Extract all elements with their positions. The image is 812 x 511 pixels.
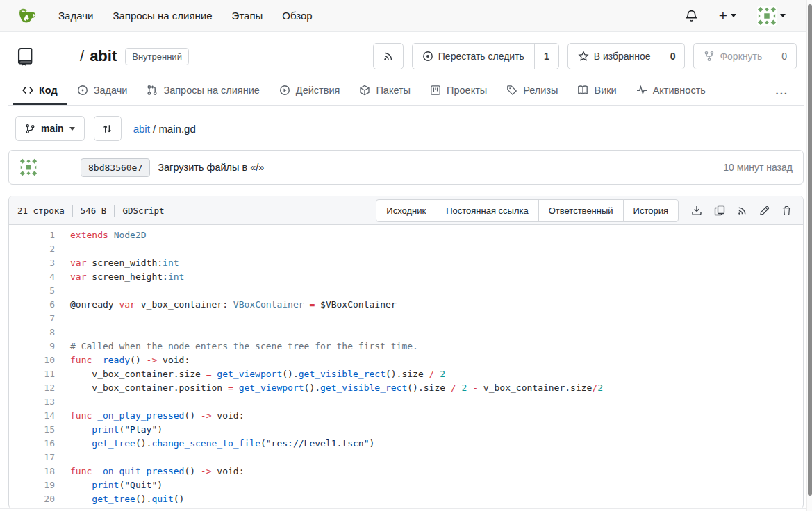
- nav-link-pulls[interactable]: Запросы на слияние: [113, 10, 212, 22]
- line-content: extends Node2D: [55, 228, 147, 242]
- tab-pull-requests-label: Запросы на слияние: [163, 85, 259, 96]
- line-content: # Called when the node enters the scene …: [55, 340, 418, 353]
- code-line: 16 get_tree().change_scene_to_file("res:…: [9, 437, 803, 451]
- repo-title-slash: /: [80, 47, 84, 65]
- line-number[interactable]: 3: [9, 256, 55, 270]
- repo-title-name[interactable]: abit: [90, 47, 117, 65]
- tab-packages[interactable]: Пакеты: [349, 76, 420, 105]
- tab-releases[interactable]: Релизы: [497, 76, 567, 105]
- line-content: print("Quit"): [55, 478, 163, 492]
- line-number[interactable]: 15: [9, 423, 55, 437]
- line-content: v_box_container.size = get_viewport().ge…: [55, 367, 445, 381]
- commit-message[interactable]: Загрузить файлы в «/»: [158, 162, 264, 173]
- branch-bar: main abit / main.gd: [15, 116, 797, 141]
- breadcrumb-file: / main.gd: [150, 123, 196, 135]
- tag-icon: [506, 85, 517, 96]
- plus-icon: +: [719, 8, 727, 23]
- line-content: [55, 242, 76, 256]
- tab-wiki[interactable]: Вики: [567, 76, 626, 105]
- code-line: 15 print("Play"): [9, 423, 803, 437]
- line-number[interactable]: 16: [9, 437, 55, 451]
- permalink-button[interactable]: Постоянная ссылка: [436, 199, 539, 222]
- tab-actions[interactable]: Действия: [270, 76, 350, 105]
- create-new-menu[interactable]: +: [719, 8, 736, 23]
- star-button[interactable]: В избранное 0: [567, 43, 686, 69]
- code-line: 12 v_box_container.position = get_viewpo…: [9, 381, 803, 395]
- pulse-icon: [636, 85, 647, 96]
- line-number[interactable]: 1: [9, 228, 55, 242]
- line-number[interactable]: 6: [9, 298, 55, 312]
- line-number[interactable]: 9: [9, 340, 55, 353]
- footer-divider: [0, 508, 806, 509]
- line-number[interactable]: 10: [9, 353, 55, 367]
- code-line: 14func _on_play_pressed() -> void:: [9, 409, 803, 423]
- tab-pull-requests[interactable]: Запросы на слияние: [137, 76, 269, 105]
- tab-code-label: Код: [39, 85, 58, 96]
- line-number[interactable]: 7: [9, 312, 55, 326]
- line-content: get_tree().change_scene_to_file("res://L…: [55, 437, 374, 451]
- gitea-logo-icon[interactable]: [17, 6, 38, 26]
- rss-icon[interactable]: [737, 206, 747, 216]
- line-number[interactable]: 5: [9, 284, 55, 298]
- code-line: 11 v_box_container.size = get_viewport()…: [9, 367, 803, 381]
- line-number[interactable]: 19: [9, 478, 55, 492]
- line-content: get_tree().quit(): [55, 492, 184, 506]
- code-line: 6@onready var v_box_container: VBoxConta…: [9, 298, 803, 312]
- tabs-overflow-menu[interactable]: ...: [764, 76, 799, 105]
- package-icon: [359, 85, 370, 96]
- nav-link-explore[interactable]: Обзор: [282, 10, 312, 22]
- line-number[interactable]: 12: [9, 381, 55, 395]
- delete-trash-icon[interactable]: [781, 206, 792, 216]
- blame-button[interactable]: Ответственный: [538, 199, 624, 222]
- scrollbar-thumb[interactable]: [808, 4, 812, 496]
- code-line: 9# Called when the node enters the scene…: [9, 340, 803, 353]
- line-number[interactable]: 4: [9, 270, 55, 284]
- line-number[interactable]: 11: [9, 367, 55, 381]
- breadcrumb-repo-link[interactable]: abit: [133, 123, 150, 135]
- branch-selector[interactable]: main: [15, 116, 85, 141]
- line-number[interactable]: 13: [9, 395, 55, 409]
- copy-icon[interactable]: [714, 205, 725, 216]
- line-number[interactable]: 17: [9, 451, 55, 464]
- commit-author-avatar[interactable]: [19, 158, 38, 176]
- line-content: [55, 284, 76, 298]
- history-button[interactable]: История: [623, 199, 679, 222]
- tab-code[interactable]: Код: [13, 76, 67, 105]
- tab-issues[interactable]: Задачи: [67, 76, 138, 105]
- line-number[interactable]: 20: [9, 492, 55, 506]
- notifications-bell-icon[interactable]: [685, 9, 698, 22]
- code-line: 10func _ready() -> void:: [9, 353, 803, 367]
- download-icon[interactable]: [691, 205, 702, 216]
- chevron-down-icon: [731, 14, 736, 17]
- nav-link-milestones[interactable]: Этапы: [232, 10, 263, 22]
- tab-activity[interactable]: Активность: [627, 76, 715, 105]
- edit-pencil-icon[interactable]: [759, 206, 770, 216]
- line-number[interactable]: 14: [9, 409, 55, 423]
- nav-link-issues[interactable]: Задачи: [58, 10, 93, 22]
- line-content: [55, 326, 76, 340]
- line-number[interactable]: 18: [9, 464, 55, 478]
- compare-button[interactable]: [94, 116, 122, 141]
- watchers-count[interactable]: 1: [534, 44, 558, 69]
- line-number[interactable]: 2: [9, 242, 55, 256]
- tab-projects[interactable]: Проекты: [420, 76, 497, 105]
- compare-arrows-icon: [102, 124, 113, 134]
- line-content: @onready var v_box_container: VBoxContai…: [55, 298, 397, 312]
- book-icon: [577, 85, 588, 96]
- user-menu[interactable]: [757, 6, 786, 26]
- code-icon: [22, 85, 33, 96]
- fork-icon: [704, 51, 715, 62]
- unwatch-button[interactable]: Перестать следить 1: [412, 43, 559, 69]
- stars-count[interactable]: 0: [661, 44, 685, 69]
- line-number[interactable]: 8: [9, 326, 55, 340]
- chevron-down-icon: [780, 14, 786, 17]
- page-scrollbar[interactable]: [806, 0, 812, 511]
- file-line-count: 21 строка: [17, 206, 65, 216]
- line-content: [55, 451, 76, 464]
- breadcrumb: abit / main.gd: [133, 123, 196, 135]
- rss-feed-button[interactable]: [373, 43, 404, 69]
- file-size: 546 B: [81, 206, 107, 216]
- commit-hash-link[interactable]: 8bd83560e7: [81, 158, 150, 177]
- view-source-button[interactable]: Исходник: [376, 199, 436, 222]
- line-content: var screen_height:int: [55, 270, 184, 284]
